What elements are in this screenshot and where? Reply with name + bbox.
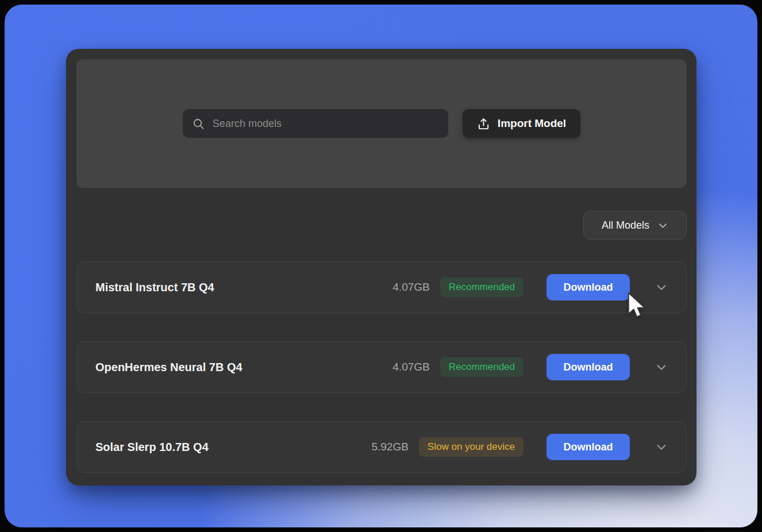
upload-icon — [477, 117, 490, 130]
model-badge: Recommended — [440, 357, 524, 377]
download-button[interactable]: Download — [547, 354, 630, 380]
model-name: Solar Slerp 10.7B Q4 — [95, 441, 209, 454]
search-icon — [192, 117, 205, 130]
model-size: 4.07GB — [392, 281, 429, 294]
model-browser-panel: Import Model All Models Mistral Instruct… — [66, 49, 696, 485]
chevron-down-icon — [655, 361, 668, 373]
expand-row-button[interactable] — [654, 360, 669, 375]
search-input[interactable] — [213, 118, 439, 130]
download-button[interactable]: Download — [547, 274, 630, 300]
model-size: 4.07GB — [392, 361, 429, 373]
model-row: Solar Slerp 10.7B Q4 5.92GB Slow on your… — [76, 421, 687, 473]
chevron-down-icon — [655, 281, 668, 294]
import-model-label: Import Model — [498, 117, 566, 130]
model-badge: Recommended — [440, 277, 524, 297]
screen: { "header": { "search": { "placeholder":… — [0, 0, 762, 532]
chevron-down-icon — [657, 220, 668, 231]
filter-row: All Models — [76, 211, 687, 240]
model-filter-value: All Models — [602, 219, 649, 232]
search-box[interactable] — [183, 109, 448, 138]
model-name: OpenHermes Neural 7B Q4 — [95, 361, 243, 374]
chevron-down-icon — [655, 441, 668, 453]
model-name: Mistral Instruct 7B Q4 — [95, 281, 214, 294]
model-row: Mistral Instruct 7B Q4 4.07GB Recommende… — [76, 261, 687, 313]
model-list: Mistral Instruct 7B Q4 4.07GB Recommende… — [76, 261, 687, 473]
expand-row-button[interactable] — [654, 280, 669, 295]
model-row: OpenHermes Neural 7B Q4 4.07GB Recommend… — [76, 341, 687, 393]
import-model-button[interactable]: Import Model — [463, 109, 580, 138]
expand-row-button[interactable] — [654, 440, 669, 454]
model-filter-dropdown[interactable]: All Models — [583, 211, 687, 240]
model-badge: Slow on your device — [419, 437, 524, 457]
model-size: 5.92GB — [371, 441, 408, 453]
header-section: Import Model — [76, 59, 687, 188]
download-button[interactable]: Download — [547, 434, 630, 460]
